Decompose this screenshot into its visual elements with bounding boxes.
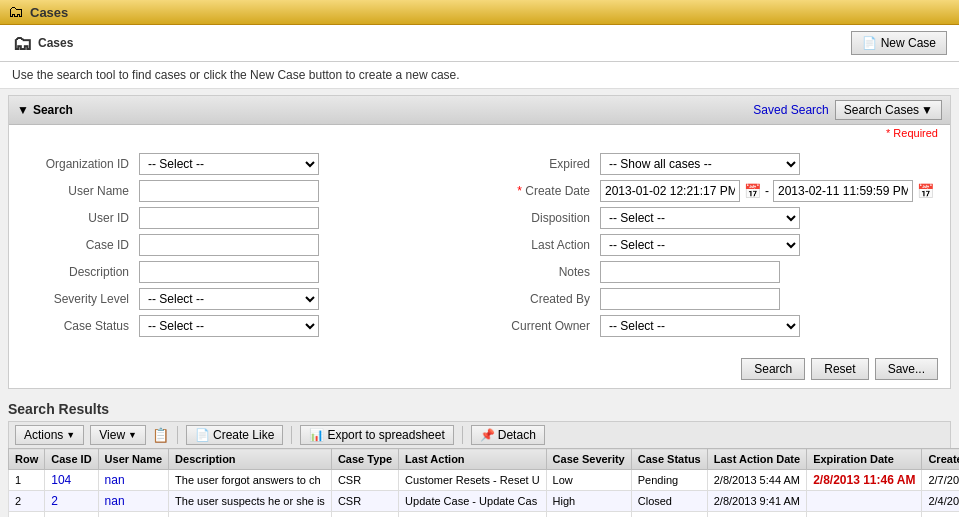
cell-user-name[interactable]: nan <box>98 491 168 512</box>
expired-label: Expired <box>486 157 596 171</box>
search-panel-actions: Saved Search Search Cases ▼ <box>753 100 942 120</box>
required-note: * Required <box>9 125 950 141</box>
notes-input[interactable] <box>600 261 780 283</box>
expired-select[interactable]: -- Show all cases -- <box>600 153 800 175</box>
col-header-case-id: Case ID <box>45 449 98 470</box>
col-header-last-action-date: Last Action Date <box>707 449 806 470</box>
create-date-label: * Create Date <box>486 184 596 198</box>
cell-create-date: 2/4/2013 2:05 <box>922 491 959 512</box>
form-left: Organization ID -- Select -- User Name U… <box>17 149 478 346</box>
case-status-label: Case Status <box>25 319 135 333</box>
current-owner-select[interactable]: -- Select -- <box>600 315 800 337</box>
cell-status: Closed <box>631 512 707 518</box>
cell-description: The user suspects he or she is <box>169 491 332 512</box>
cell-last-action-date: 2/8/2013 5:44 AM <box>707 470 806 491</box>
description-row: Description <box>25 261 470 283</box>
detach-button[interactable]: 📌 Detach <box>471 425 545 445</box>
cell-row-num: 2 <box>9 491 45 512</box>
new-case-button[interactable]: 📄 New Case <box>851 31 947 55</box>
current-owner-label: Current Owner <box>486 319 596 333</box>
search-form: Organization ID -- Select -- User Name U… <box>9 141 950 354</box>
help-text-content: Use the search tool to find cases or cli… <box>12 68 460 82</box>
cell-description: The user forgot answers to ch <box>169 470 332 491</box>
view-label: View <box>99 428 125 442</box>
case-id-input[interactable] <box>139 234 319 256</box>
view-arrow-icon: ▼ <box>128 430 137 440</box>
col-header-desc: Description <box>169 449 332 470</box>
org-id-select[interactable]: -- Select -- <box>139 153 319 175</box>
disposition-select[interactable]: -- Select -- <box>600 207 800 229</box>
case-status-row: Case Status -- Select -- <box>25 315 470 337</box>
description-input[interactable] <box>139 261 319 283</box>
disposition-label: Disposition <box>486 211 596 225</box>
results-title: Search Results <box>8 395 951 421</box>
save-button[interactable]: Save... <box>875 358 938 380</box>
cell-case-id[interactable]: 2 <box>45 491 98 512</box>
notes-row: Notes <box>486 261 934 283</box>
toolbar-separator-2 <box>291 426 292 444</box>
cell-last-action-date: 2/8/2013 9:41 AM <box>707 512 806 518</box>
title-bar: 🗂 Cases <box>0 0 959 25</box>
cell-case-id[interactable]: 104 <box>45 470 98 491</box>
search-title-text: Search <box>33 103 73 117</box>
cell-case-id[interactable]: 1 <box>45 512 98 518</box>
cell-last-action: Update Case - Update Cas <box>399 512 546 518</box>
col-header-status: Case Status <box>631 449 707 470</box>
cell-case-type: CSR <box>331 491 398 512</box>
cell-status: Closed <box>631 491 707 512</box>
calendar-to-icon[interactable]: 📅 <box>917 183 934 199</box>
cell-create-date: 2/7/2013 11:4 <box>922 470 959 491</box>
actions-button[interactable]: Actions ▼ <box>15 425 84 445</box>
cell-severity: High <box>546 491 631 512</box>
page-icon: 🗂 <box>12 32 32 55</box>
calendar-from-icon[interactable]: 📅 <box>744 183 761 199</box>
search-panel-title: ▼ Search <box>17 103 73 117</box>
cell-user-name[interactable]: nan <box>98 470 168 491</box>
created-by-label: Created By <box>486 292 596 306</box>
search-actions: Search Reset Save... <box>9 354 950 388</box>
cell-user-name[interactable]: nan <box>98 512 168 518</box>
create-like-icon: 📄 <box>195 428 210 442</box>
search-button[interactable]: Search <box>741 358 805 380</box>
collapse-icon[interactable]: ▼ <box>17 103 29 117</box>
notes-label: Notes <box>486 265 596 279</box>
search-panel: ▼ Search Saved Search Search Cases ▼ * R… <box>8 95 951 389</box>
reset-button[interactable]: Reset <box>811 358 868 380</box>
cell-create-date: 2/4/2013 1:53 <box>922 512 959 518</box>
severity-select[interactable]: -- Select -- <box>139 288 319 310</box>
toolbar-icon-1: 📋 <box>152 427 169 443</box>
search-cases-button[interactable]: Search Cases ▼ <box>835 100 942 120</box>
cell-severity: High <box>546 512 631 518</box>
detach-label: Detach <box>498 428 536 442</box>
severity-label: Severity Level <box>25 292 135 306</box>
col-header-expiration: Expiration Date <box>807 449 922 470</box>
create-date-from[interactable] <box>600 180 740 202</box>
last-action-select[interactable]: -- Select -- <box>600 234 800 256</box>
view-button[interactable]: View ▼ <box>90 425 146 445</box>
user-name-label: User Name <box>25 184 135 198</box>
cell-last-action-date: 2/8/2013 9:41 AM <box>707 491 806 512</box>
col-header-action: Last Action <box>399 449 546 470</box>
last-action-label: Last Action <box>486 238 596 252</box>
create-like-button[interactable]: 📄 Create Like <box>186 425 283 445</box>
created-by-input[interactable] <box>600 288 780 310</box>
user-name-input[interactable] <box>139 180 319 202</box>
create-date-to[interactable] <box>773 180 913 202</box>
export-button[interactable]: 📊 Export to spreadsheet <box>300 425 453 445</box>
title-bar-text: Cases <box>30 5 68 20</box>
cell-status: Pending <box>631 470 707 491</box>
actions-arrow-icon: ▼ <box>66 430 75 440</box>
user-id-input[interactable] <box>139 207 319 229</box>
results-toolbar: Actions ▼ View ▼ 📋 📄 Create Like 📊 Expor… <box>8 421 951 448</box>
case-status-select[interactable]: -- Select -- <box>139 315 319 337</box>
detach-icon: 📌 <box>480 428 495 442</box>
toolbar-separator-1 <box>177 426 178 444</box>
col-header-create: Create Date <box>922 449 959 470</box>
cell-case-type: CSR <box>331 512 398 518</box>
description-label: Description <box>25 265 135 279</box>
disposition-row: Disposition -- Select -- <box>486 207 934 229</box>
col-header-type: Case Type <box>331 449 398 470</box>
cell-expiration-date: 2/8/2013 11:46 AM <box>807 470 922 491</box>
saved-search-link[interactable]: Saved Search <box>753 103 828 117</box>
col-header-user: User Name <box>98 449 168 470</box>
